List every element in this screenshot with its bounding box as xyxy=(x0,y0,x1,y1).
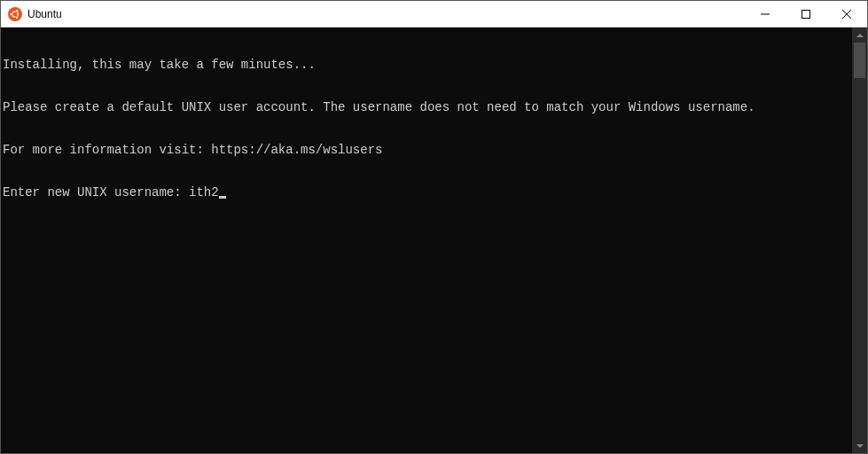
terminal-line: Please create a default UNIX user accoun… xyxy=(3,100,852,114)
terminal-prompt-line: Enter new UNIX username: ith2 xyxy=(3,185,852,200)
svg-point-2 xyxy=(10,12,12,15)
window-controls xyxy=(745,1,867,27)
scrollbar-down-arrow[interactable] xyxy=(852,438,867,453)
maximize-button[interactable] xyxy=(786,1,826,27)
ubuntu-icon xyxy=(8,7,22,21)
titlebar: Ubuntu xyxy=(1,1,867,27)
scrollbar[interactable] xyxy=(852,27,867,453)
minimize-button[interactable] xyxy=(745,1,786,27)
terminal-wrapper: Installing, this may take a few minutes.… xyxy=(1,27,867,453)
svg-rect-6 xyxy=(802,10,810,18)
svg-marker-9 xyxy=(856,34,864,37)
terminal-line: For more information visit: https://aka.… xyxy=(3,143,852,157)
svg-point-4 xyxy=(16,16,19,19)
svg-marker-10 xyxy=(856,444,864,448)
cursor xyxy=(219,196,226,199)
close-button[interactable] xyxy=(826,1,867,27)
terminal-line: Installing, this may take a few minutes.… xyxy=(3,58,852,72)
terminal-prompt: Enter new UNIX username: xyxy=(3,185,189,200)
svg-point-3 xyxy=(16,9,19,12)
terminal-input: ith2 xyxy=(189,185,219,200)
scrollbar-thumb[interactable] xyxy=(854,43,865,78)
terminal[interactable]: Installing, this may take a few minutes.… xyxy=(1,27,852,453)
window-title: Ubuntu xyxy=(27,8,745,20)
scrollbar-track[interactable] xyxy=(852,43,867,438)
scrollbar-up-arrow[interactable] xyxy=(852,27,867,43)
